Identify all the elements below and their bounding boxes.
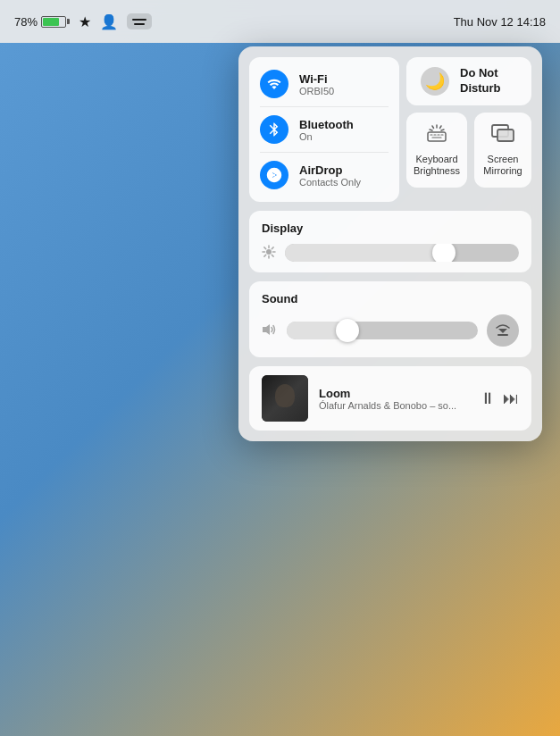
airdrop-icon — [260, 161, 288, 189]
do-not-disturb-button[interactable]: 🌙 Do Not Disturb — [406, 57, 531, 105]
wifi-info: Wi-Fi ORBI50 — [299, 72, 334, 96]
sound-block: Sound — [249, 281, 531, 357]
control-center-icon[interactable] — [127, 13, 152, 29]
keyboard-brightness-button[interactable]: Keyboard Brightness — [406, 113, 467, 188]
small-buttons-row: Keyboard Brightness Screen Mirroring — [406, 113, 531, 188]
screen-mirroring-label: Screen Mirroring — [481, 154, 524, 177]
svg-marker-25 — [263, 324, 270, 335]
display-slider-thumb — [432, 244, 456, 262]
battery-indicator: 78% — [14, 15, 70, 29]
divider2 — [260, 152, 389, 153]
airdrop-svg — [266, 167, 282, 183]
svg-line-6 — [430, 130, 432, 130]
now-playing-artist: Ólafur Arnalds & Bonobo – so... — [319, 400, 469, 411]
bluetooth-status: On — [299, 131, 354, 142]
album-art-image — [262, 375, 308, 422]
dnd-icon: 🌙 — [421, 67, 449, 96]
wifi-network: ORBI50 — [299, 86, 334, 96]
display-slider[interactable] — [285, 244, 519, 262]
menubar-left: 78% ★ 👤 — [14, 13, 152, 30]
bluetooth-info: Bluetooth On — [299, 118, 354, 142]
now-playing-title: Loom — [319, 387, 469, 400]
svg-line-24 — [264, 255, 266, 256]
wifi-icon — [260, 70, 288, 98]
svg-marker-26 — [498, 329, 507, 333]
menubar: 78% ★ 👤 Thu Nov 12 14:18 — [0, 0, 560, 43]
display-slider-row — [262, 244, 519, 262]
svg-line-21 — [264, 247, 266, 248]
top-row-right: 🌙 Do Not Disturb — [406, 57, 531, 202]
svg-rect-8 — [428, 132, 446, 141]
user-icon[interactable]: 👤 — [100, 13, 118, 30]
svg-rect-27 — [497, 334, 508, 336]
divider1 — [260, 106, 389, 107]
keyboard-brightness-label: Keyboard Brightness — [414, 154, 460, 177]
top-row: Wi-Fi ORBI50 Bluetooth On — [249, 57, 531, 202]
playback-controls: ⏸ ⏭ — [480, 390, 519, 406]
star-icon[interactable]: ★ — [79, 13, 91, 30]
control-center-panel: Wi-Fi ORBI50 Bluetooth On — [238, 46, 542, 441]
svg-line-5 — [439, 126, 441, 129]
bluetooth-name: Bluetooth — [299, 118, 354, 131]
bluetooth-icon — [260, 115, 288, 144]
menubar-datetime: Thu Nov 12 14:18 — [454, 15, 546, 29]
airdrop-info: AirDrop Contacts Only — [299, 163, 361, 188]
brightness-icon — [262, 245, 276, 262]
airplay-button[interactable] — [487, 314, 519, 347]
wifi-row[interactable]: Wi-Fi ORBI50 — [260, 64, 389, 104]
bluetooth-row[interactable]: Bluetooth On — [260, 110, 389, 149]
network-block: Wi-Fi ORBI50 Bluetooth On — [249, 57, 399, 202]
menubar-right: Thu Nov 12 14:18 — [454, 15, 546, 29]
svg-line-4 — [432, 126, 434, 129]
wifi-svg — [266, 76, 282, 92]
screen-mirroring-button[interactable]: Screen Mirroring — [474, 113, 531, 188]
sound-label: Sound — [262, 292, 519, 305]
battery-percentage: 78% — [14, 15, 38, 29]
now-playing-info: Loom Ólafur Arnalds & Bonobo – so... — [319, 387, 469, 411]
album-art — [262, 375, 308, 422]
display-label: Display — [262, 222, 519, 235]
fast-forward-button[interactable]: ⏭ — [503, 390, 519, 406]
wifi-name: Wi-Fi — [299, 72, 334, 86]
svg-point-2 — [273, 174, 276, 177]
dnd-label: Do Not Disturb — [460, 66, 517, 96]
display-block: Display — [249, 211, 531, 272]
bluetooth-svg — [266, 121, 282, 138]
now-playing-block: Loom Ólafur Arnalds & Bonobo – so... ⏸ ⏭ — [249, 366, 531, 431]
svg-point-16 — [266, 249, 272, 255]
airdrop-name: AirDrop — [299, 163, 361, 177]
screen-mirroring-icon — [490, 123, 515, 148]
airdrop-row[interactable]: AirDrop Contacts Only — [260, 155, 389, 195]
svg-line-22 — [272, 255, 273, 256]
sound-slider-row — [262, 314, 519, 347]
volume-icon — [262, 323, 278, 339]
svg-line-23 — [272, 247, 273, 248]
keyboard-brightness-icon — [424, 123, 449, 148]
svg-line-7 — [441, 130, 444, 130]
airdrop-status: Contacts Only — [299, 177, 361, 188]
svg-rect-15 — [497, 130, 514, 141]
battery-icon — [41, 16, 70, 28]
sound-slider[interactable] — [287, 322, 478, 339]
display-slider-fill — [285, 244, 444, 262]
sound-slider-thumb — [336, 319, 359, 342]
pause-button[interactable]: ⏸ — [480, 390, 496, 406]
